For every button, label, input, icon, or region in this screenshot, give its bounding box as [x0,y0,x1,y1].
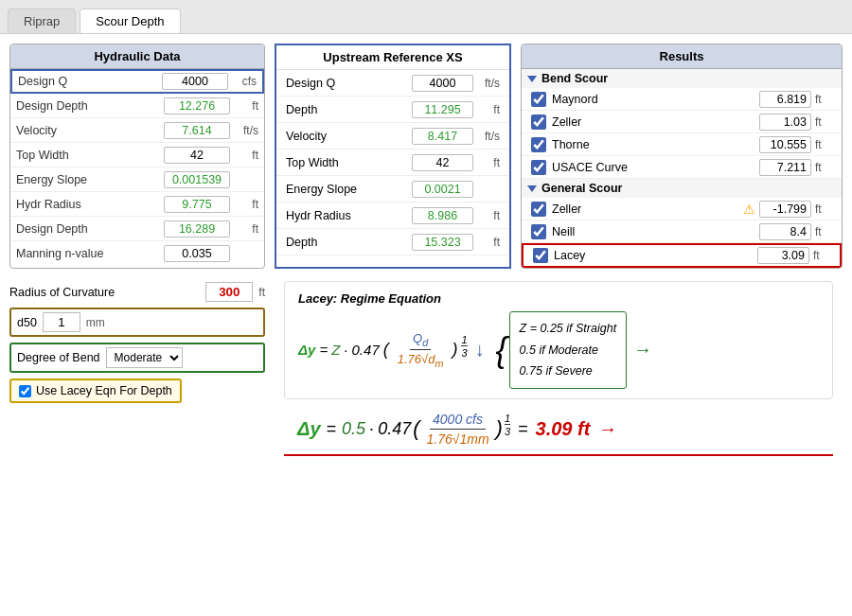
formula-area: Lacey: Regime Equation Δy = Z · 0.47 ( Q… [275,276,843,456]
radius-value-input[interactable] [205,282,253,302]
upstream-velocity-value[interactable]: 8.417 [412,128,473,145]
d50-value-input[interactable] [43,312,80,332]
upstream-depth2-row: Depth 15.323 ft [276,229,509,255]
zeller-general-unit: ft [815,202,832,216]
general-scour-expand-icon[interactable] [527,185,537,192]
hydraulic-energy-slope-value[interactable]: 0.001539 [164,171,230,188]
neill-checkbox[interactable] [531,224,546,239]
zeller-general-value: -1.799 [759,201,811,218]
result-final-equals: = [518,419,528,439]
hydraulic-design-depth2-unit: ft [230,222,258,236]
formula-open-paren: ( [383,340,389,360]
hydraulic-design-q-row: Design Q 4000 cfs [10,69,264,94]
neill-unit: ft [815,225,832,238]
hydraulic-velocity-value[interactable]: 7.614 [164,122,230,139]
arrow-down-icon: ↓ [475,339,485,361]
tab-riprap[interactable]: Riprap [8,9,76,33]
result-z-val: 0.5 [342,419,365,439]
upstream-hydr-radius-unit: ft [473,209,500,222]
upstream-depth-value[interactable]: 11.295 [412,101,473,118]
radius-unit: ft [258,286,265,299]
upstream-velocity-unit: ft/s [473,130,500,143]
hydraulic-velocity-label: Velocity [16,124,164,137]
degree-select[interactable]: Straight Moderate Severe [106,347,183,368]
hydraulic-design-depth2-label: Design Depth [16,222,164,236]
lacey-label: Lacey [554,249,757,262]
bend-scour-expand-icon[interactable] [527,76,537,82]
lacey-unit: ft [813,249,830,262]
hydraulic-design-depth-label: Design Depth [16,99,164,113]
formula-exponent-wrapper: 1 3 [461,334,467,359]
hydraulic-design-depth-value[interactable]: 12.276 [164,97,230,114]
hydraulic-manning-row: Manning n-value 0.035 [10,241,264,266]
upstream-top-width-unit: ft [473,156,500,169]
result-zeller-bend-row: Zeller 1.03 ft [522,111,842,133]
z-severe: 0.75 if Severe [520,361,617,382]
hydraulic-top-width-value[interactable]: 42 [164,147,230,164]
hydraulic-top-width-unit: ft [230,149,258,162]
arrow-right-red: → [597,418,616,440]
upstream-design-q-value[interactable]: 4000 [412,75,473,92]
upstream-design-q-unit: ft/s [473,77,500,90]
lacey-value: 3.09 [757,247,809,264]
lacey-checkbox[interactable] [533,248,548,263]
degree-of-bend-row: Degree of Bend Straight Moderate Severe [9,343,265,373]
usace-label: USACE Curve [552,161,759,174]
lacey-eqn-checkbox[interactable] [19,385,31,397]
maynord-checkbox[interactable] [531,92,546,107]
lacey-eqn-label: Use Lacey Eqn For Depth [36,384,172,397]
result-qd-val: 4000 cfs [430,412,486,430]
hydraulic-top-width-label: Top Width [16,149,164,162]
z-moderate: 0.5 if Moderate [520,340,617,361]
upstream-top-width-label: Top Width [286,156,412,169]
neill-value: 8.4 [759,223,811,240]
upstream-top-width-value[interactable]: 42 [412,154,473,171]
result-dot2: · [369,419,374,439]
zeller-bend-label: Zeller [552,115,759,129]
result-neill-row: Neill 8.4 ft [522,220,842,243]
upstream-velocity-row: Velocity 8.417 ft/s [276,123,509,150]
formula-denom: 1.76√dm [395,350,447,369]
bend-scour-label: Bend Scour [541,72,608,85]
result-close-paren2: ) [496,416,503,441]
lacey-checkbox-row: Use Lacey Eqn For Depth [9,378,182,403]
maynord-label: Maynord [552,93,759,106]
upstream-energy-slope-value[interactable]: 0.0021 [412,181,473,198]
hydraulic-hydr-radius-label: Hydr Radius [16,198,164,211]
formula-close-paren: ) [452,340,457,360]
zeller-general-label: Zeller [552,202,743,216]
z-straight: Z = 0.25 if Straight [520,318,617,340]
result-equals-sign: = [327,419,337,439]
result-exp-den2: 3 [505,424,510,437]
hydraulic-hydr-radius-row: Hydr Radius 9.775 ft [10,192,264,217]
warning-icon: ⚠ [743,202,755,217]
hydraulic-velocity-unit: ft/s [230,124,258,137]
upstream-header: Upstream Reference XS [276,45,509,70]
radius-of-curvature-row: Radius of Curvature ft [9,282,265,302]
upstream-energy-slope-row: Energy Slope 0.0021 [276,176,509,202]
hydraulic-manning-value[interactable]: 0.035 [164,245,230,262]
hydraulic-top-width-row: Top Width 42 ft [10,143,264,167]
d50-unit: mm [86,316,105,329]
result-delta-y: Δy [297,418,321,440]
hydraulic-hydr-radius-value[interactable]: 9.775 [164,196,230,213]
formula-result-line: Δy = 0.5 · 0.47 ( 4000 cfs 1.76√1mm ) 1 … [284,404,833,456]
upstream-hydr-radius-value[interactable]: 8.986 [412,207,473,224]
formula-box: Lacey: Regime Equation Δy = Z · 0.47 ( Q… [284,281,833,399]
zeller-general-checkbox[interactable] [531,202,546,217]
zeller-bend-checkbox[interactable] [531,114,546,130]
result-exp-num2: 1 [505,413,510,424]
usace-checkbox[interactable] [531,160,546,175]
formula-dot: · [344,342,347,358]
formula-equals: = [319,342,328,358]
hydraulic-hydr-radius-unit: ft [230,198,258,211]
upstream-velocity-label: Velocity [286,130,412,143]
hydraulic-design-depth2-value[interactable]: 16.289 [164,220,230,238]
hydraulic-design-q-value[interactable]: 4000 [162,73,228,90]
upstream-depth2-value[interactable]: 15.323 [412,234,473,251]
thorne-checkbox[interactable] [531,137,546,152]
hydraulic-header: Hydraulic Data [10,44,264,69]
arrow-right-icon: → [632,339,651,361]
tab-scour-depth[interactable]: Scour Depth [80,9,180,33]
thorne-unit: ft [815,138,832,151]
